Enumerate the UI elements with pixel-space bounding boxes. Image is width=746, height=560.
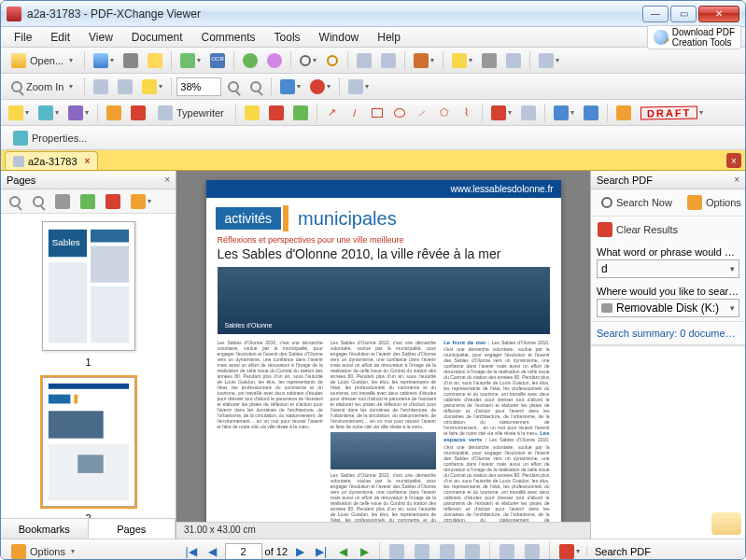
layout-single-button[interactable] (386, 541, 408, 561)
menu-window[interactable]: Window (310, 29, 369, 46)
thumb-options[interactable]: ▾ (127, 191, 155, 212)
thumbnail-2[interactable] (42, 377, 135, 507)
next-page-button[interactable]: ▶ (290, 542, 309, 561)
sticky-note-button[interactable]: ▾ (5, 103, 33, 123)
stamp-button[interactable] (612, 103, 635, 123)
find-button[interactable]: ▾ (296, 50, 320, 71)
attach-button[interactable]: ▾ (35, 103, 63, 123)
callout-button[interactable] (103, 103, 125, 123)
layout-cont-facing-button[interactable] (461, 541, 484, 561)
help-button[interactable]: ▾ (306, 77, 334, 97)
redo-button[interactable] (263, 50, 286, 71)
pdf-info-button[interactable]: ▾ (556, 541, 584, 561)
stamp-draft[interactable]: DRAFT▾ (637, 103, 707, 123)
zoom-level-input[interactable] (176, 77, 221, 96)
fit-actual-button[interactable] (90, 77, 112, 97)
search-results-list[interactable] (591, 345, 745, 539)
layout-continuous-button[interactable] (411, 541, 433, 561)
zoom-in-plus-button[interactable] (246, 77, 266, 97)
show-cover-button[interactable] (496, 541, 518, 561)
show-gaps-button[interactable] (521, 541, 543, 561)
fit-page-button[interactable] (114, 77, 136, 97)
tab-pages[interactable]: Pages (89, 519, 176, 539)
current-page-input[interactable] (225, 543, 262, 560)
search-panel-close[interactable]: × (734, 175, 739, 185)
menu-document[interactable]: Document (122, 29, 192, 46)
pages-panel-close[interactable]: × (164, 175, 170, 185)
ocr-button[interactable] (206, 50, 229, 71)
fit-width-button[interactable]: ▾ (138, 77, 166, 97)
menu-edit[interactable]: Edit (41, 29, 79, 46)
textbox-button[interactable] (127, 103, 149, 123)
search-query-input[interactable]: d▾ (597, 259, 739, 278)
thumb-import[interactable] (77, 191, 99, 212)
tab-bookmarks[interactable]: Bookmarks (1, 519, 89, 539)
typewriter-button[interactable]: Typewriter (151, 103, 231, 123)
menu-file[interactable]: File (5, 29, 41, 46)
sound-button[interactable]: ▾ (64, 103, 92, 123)
maximize-button[interactable]: ▭ (670, 6, 697, 22)
pencil-button[interactable]: ▾ (487, 103, 515, 123)
layout-facing-button[interactable] (436, 541, 458, 561)
page-display-button[interactable]: ▾ (535, 50, 563, 71)
gaps-icon (525, 544, 540, 559)
measure-button[interactable]: ▾ (550, 103, 578, 123)
close-button[interactable]: ✕ (698, 6, 739, 22)
layers-button[interactable]: ▾ (345, 77, 373, 97)
search-options-button[interactable]: Options▾ (681, 192, 746, 213)
export-button[interactable]: ▾ (410, 50, 438, 71)
strikeout-button[interactable] (265, 103, 288, 123)
menu-tools[interactable]: Tools (265, 29, 310, 46)
link-tool-button[interactable] (580, 103, 602, 123)
eraser-button[interactable] (517, 103, 540, 123)
rect-button[interactable] (367, 103, 387, 123)
minimize-button[interactable]: — (642, 6, 669, 22)
polygon-button[interactable]: ⬠ (434, 103, 455, 123)
document-tab[interactable]: a2a-31783 × (5, 151, 98, 170)
zoom-in-button[interactable]: Zoom In▾ (5, 77, 79, 97)
search-where-select[interactable]: Removable Disk (K:) ▾ (597, 299, 739, 317)
email-button[interactable] (144, 50, 166, 71)
thumb-zoom-in[interactable] (28, 191, 49, 212)
menu-view[interactable]: View (79, 29, 122, 46)
prev-view-button[interactable]: ◀ (333, 542, 352, 561)
line-button[interactable]: / (345, 103, 365, 123)
prev-page-button[interactable]: ◀ (204, 542, 222, 561)
arrow-button[interactable]: ↗ (322, 103, 343, 123)
select-tool-button[interactable]: ▾ (448, 50, 476, 71)
underline-button[interactable] (289, 103, 312, 123)
open-button[interactable]: Open...▾ (5, 50, 79, 71)
hand-tool-button[interactable] (502, 50, 525, 71)
clear-results-button[interactable]: Clear Results (597, 219, 684, 240)
thumb-delete[interactable] (102, 191, 124, 212)
print-button[interactable] (120, 50, 142, 71)
thumb-zoom-out[interactable] (5, 191, 25, 212)
zoom-out-button[interactable] (223, 77, 244, 97)
menu-comments[interactable]: Comments (192, 29, 265, 46)
undo-button[interactable] (239, 50, 261, 71)
first-page-button[interactable]: |◀ (182, 542, 201, 561)
oval-button[interactable] (389, 103, 410, 123)
last-page-button[interactable]: ▶| (312, 542, 331, 561)
tab-close-icon[interactable]: × (85, 156, 91, 166)
rotate-ccw-button[interactable] (353, 50, 375, 71)
next-view-button[interactable]: ▶ (355, 542, 373, 561)
weblink-button[interactable]: ▾ (276, 77, 304, 97)
document-view[interactable]: www.lessablesdolonne.fr activités munici… (176, 171, 590, 539)
thumb-print[interactable] (51, 191, 74, 212)
close-all-tabs-button[interactable]: × (726, 153, 741, 168)
snapshot-button[interactable] (478, 50, 500, 71)
save-button[interactable]: ▾ (90, 50, 118, 71)
thumbnail-1[interactable]: Sables (42, 221, 135, 351)
search-now-button[interactable]: Search Now (595, 192, 679, 213)
menu-help[interactable]: Help (368, 29, 410, 46)
search-button[interactable] (322, 50, 343, 71)
rotate-cw-button[interactable] (377, 50, 400, 71)
bottom-options-button[interactable]: Options▾ (5, 541, 81, 561)
cloud-button[interactable]: ⌇ (457, 103, 477, 123)
properties-button[interactable]: Properties... (7, 128, 93, 148)
scan-button[interactable]: ▾ (176, 50, 204, 71)
polyline-button[interactable]: ⟋ (412, 103, 432, 123)
highlight-button[interactable] (241, 103, 263, 123)
download-creation-tools-button[interactable]: Download PDF Creation Tools (647, 25, 741, 49)
